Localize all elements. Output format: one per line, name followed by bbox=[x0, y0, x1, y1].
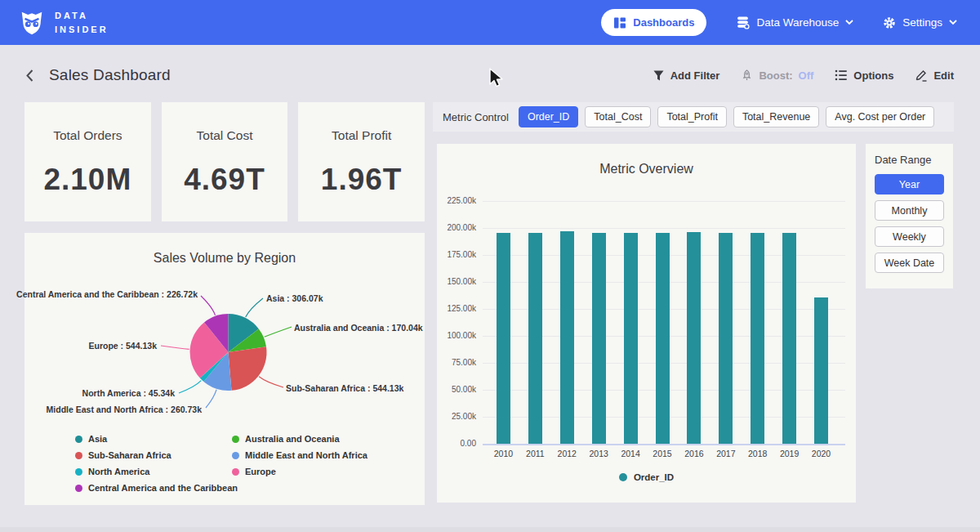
dashboard-content: Total Orders2.10MTotal Cost4.69TTotal Pr… bbox=[0, 102, 980, 505]
legend-item[interactable]: Sub-Saharan Africa bbox=[75, 450, 232, 460]
gridline bbox=[483, 228, 845, 229]
legend-label: North America bbox=[88, 467, 149, 476]
data-warehouse-menu[interactable]: Data Warehouse bbox=[736, 16, 853, 29]
metric-option[interactable]: Total_Profit bbox=[657, 106, 727, 127]
pencil-icon bbox=[915, 69, 928, 82]
legend-label: Asia bbox=[88, 434, 107, 444]
legend-item[interactable]: Central America and the Caribbean bbox=[75, 483, 232, 493]
legend-label: Australia and Oceania bbox=[245, 434, 340, 444]
bar[interactable] bbox=[656, 233, 670, 444]
kpi-card: Total Profit1.96T bbox=[298, 102, 425, 221]
options-button[interactable]: Options bbox=[835, 69, 893, 82]
x-axis-tick-label: 2019 bbox=[773, 449, 806, 458]
bar[interactable] bbox=[687, 232, 701, 444]
bar[interactable] bbox=[782, 233, 796, 444]
dashboards-grid-icon bbox=[613, 16, 626, 29]
dashboards-button[interactable]: Dashboards bbox=[601, 9, 706, 36]
database-icon bbox=[736, 16, 750, 29]
edit-label: Edit bbox=[933, 69, 954, 82]
bar[interactable] bbox=[751, 233, 764, 444]
x-axis-tick-label: 2015 bbox=[646, 449, 679, 458]
metric-option[interactable]: Avg. Cost per Order bbox=[826, 106, 934, 127]
list-icon bbox=[835, 69, 848, 82]
legend-item[interactable]: Asia bbox=[75, 434, 232, 444]
date-range-option[interactable]: Weekly bbox=[875, 226, 944, 247]
date-range-option[interactable]: Week Date bbox=[875, 253, 944, 273]
bar[interactable] bbox=[719, 233, 733, 444]
date-range-option[interactable]: Monthly bbox=[875, 200, 944, 221]
metric-option[interactable]: Order_ID bbox=[519, 106, 578, 127]
pie-leader-line bbox=[206, 390, 216, 408]
x-axis-tick-label: 2016 bbox=[678, 449, 710, 458]
brand[interactable]: DATA INSIDER bbox=[18, 9, 109, 37]
bar[interactable] bbox=[814, 297, 828, 444]
legend-item[interactable]: Australia and Oceania bbox=[232, 434, 368, 444]
pie-slice-label: North America : 45.34k bbox=[82, 388, 175, 398]
header-actions: Add Filter Boost: Off Options Ed bbox=[653, 69, 954, 82]
legend-dot bbox=[75, 485, 82, 492]
y-axis-tick-label: 25.00k bbox=[437, 412, 476, 421]
date-range-panel: Date Range YearMonthlyWeeklyWeek Date bbox=[866, 144, 953, 288]
boost-toggle[interactable]: Boost: Off bbox=[741, 69, 813, 82]
pie-slice[interactable] bbox=[229, 346, 267, 391]
legend-dot bbox=[75, 452, 82, 459]
x-axis-tick-label: 2010 bbox=[487, 449, 519, 458]
legend-item[interactable]: North America bbox=[75, 467, 232, 476]
pie-leader-line bbox=[201, 296, 216, 315]
metric-control-label: Metric Control bbox=[443, 111, 509, 123]
brand-line2: INSIDER bbox=[55, 23, 109, 37]
x-axis-tick-label: 2014 bbox=[614, 449, 647, 458]
brand-text: DATA INSIDER bbox=[55, 9, 109, 36]
pie-leader-line bbox=[161, 346, 189, 349]
y-axis-tick-label: 50.00k bbox=[437, 385, 476, 394]
pie-chart-panel: Sales Volume by Region Asia : 306.07kAus… bbox=[24, 233, 425, 505]
bar-chart-legend[interactable]: Order_ID bbox=[437, 472, 856, 482]
pie-leader-line bbox=[246, 298, 263, 317]
options-label: Options bbox=[853, 69, 893, 82]
bar[interactable] bbox=[592, 233, 606, 444]
legend-item[interactable]: Middle East and North Africa bbox=[232, 450, 368, 460]
kpi-label: Total Cost bbox=[197, 128, 253, 143]
pie-slice-label: Sub-Saharan Africa : 544.13k bbox=[286, 383, 403, 393]
kpi-label: Total Profit bbox=[332, 128, 391, 143]
date-range-label: Date Range bbox=[875, 154, 944, 166]
chart-row: Metric Overview 0.0025.00k50.00k75.00k10… bbox=[433, 144, 954, 503]
legend-label: Sub-Saharan Africa bbox=[88, 450, 172, 460]
bar-legend-label: Order_ID bbox=[634, 472, 674, 482]
kpi-value: 2.10M bbox=[43, 163, 131, 197]
add-filter-button[interactable]: Add Filter bbox=[653, 69, 720, 82]
bar[interactable] bbox=[528, 233, 542, 444]
gear-icon bbox=[883, 16, 896, 29]
pie-leader-line bbox=[259, 377, 283, 387]
right-column: Metric Control Order_IDTotal_CostTotal_P… bbox=[433, 102, 954, 505]
y-axis-tick-label: 150.00k bbox=[437, 277, 476, 286]
bar[interactable] bbox=[497, 233, 510, 444]
metric-option[interactable]: Total_Revenue bbox=[733, 106, 819, 127]
bar[interactable] bbox=[560, 231, 574, 444]
back-button[interactable] bbox=[24, 69, 34, 83]
y-axis-tick-label: 75.00k bbox=[437, 358, 476, 367]
boost-label: Boost: bbox=[759, 69, 792, 82]
bar[interactable] bbox=[624, 233, 638, 444]
x-axis-tick-label: 2018 bbox=[742, 449, 774, 458]
metric-option[interactable]: Total_Cost bbox=[585, 106, 651, 127]
owl-logo-icon bbox=[18, 9, 46, 37]
date-range-option[interactable]: Year bbox=[875, 174, 944, 194]
legend-item[interactable]: Europe bbox=[232, 467, 368, 476]
bar-chart-panel: Metric Overview 0.0025.00k50.00k75.00k10… bbox=[437, 144, 856, 503]
settings-menu[interactable]: Settings bbox=[883, 16, 957, 29]
kpi-value: 1.96T bbox=[321, 163, 403, 197]
y-axis-tick-label: 200.00k bbox=[437, 223, 476, 232]
legend-dot bbox=[232, 452, 239, 459]
pie-slice-label: Central America and the Caribbean : 226.… bbox=[16, 289, 198, 299]
legend-dot bbox=[619, 473, 627, 481]
gridline bbox=[483, 444, 845, 445]
legend-dot bbox=[75, 436, 82, 443]
add-filter-label: Add Filter bbox=[670, 69, 720, 82]
pie-slice-label: Middle East and North Africa : 260.73k bbox=[47, 405, 202, 414]
legend-column: Australia and OceaniaMiddle East and Nor… bbox=[232, 434, 368, 493]
data-warehouse-label: Data Warehouse bbox=[756, 16, 839, 29]
edit-button[interactable]: Edit bbox=[915, 69, 954, 82]
legend-label: Middle East and North Africa bbox=[245, 450, 368, 460]
page-header: Sales Dashboard Add Filter Boost: Off Op… bbox=[0, 45, 980, 102]
